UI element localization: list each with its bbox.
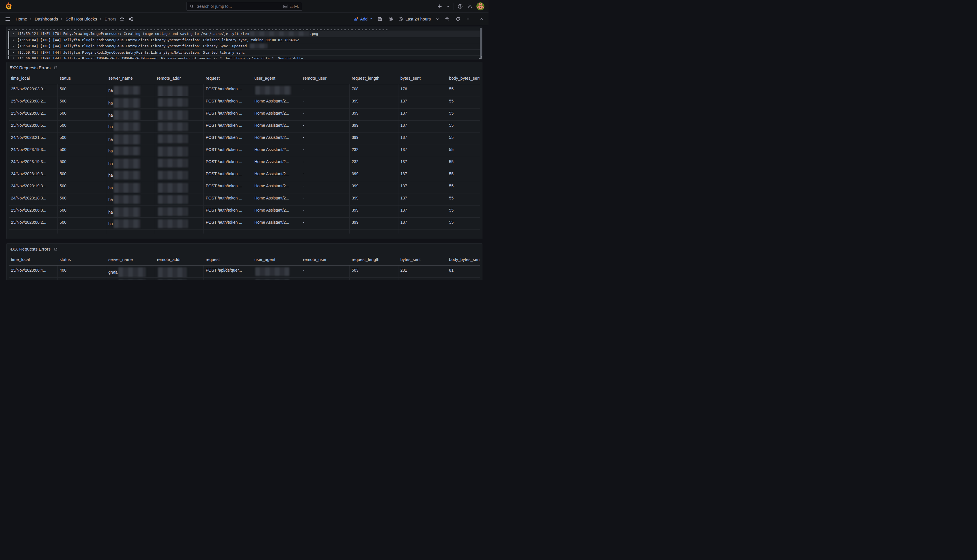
log-row[interactable]: [13:59:04] [INF] [44] Jellyfin.Plugin.Ko…	[8, 43, 482, 49]
column-header-remote_addr[interactable]: remote_addr	[155, 254, 204, 265]
collapse-toolbar-caret-up-icon[interactable]	[479, 16, 484, 22]
time-range-picker[interactable]: Last 24 hours	[398, 17, 431, 22]
table-row: 25/Nov/2023:08:2...500haPOST /auth/token…	[9, 108, 480, 120]
news-rss-icon[interactable]	[467, 3, 473, 10]
log-row[interactable]	[8, 27, 482, 31]
breadcrumb-item-home[interactable]: Home	[16, 17, 27, 22]
column-header-bytes_sent[interactable]: bytes_sent	[398, 254, 447, 265]
expand-chevron-right-icon[interactable]	[12, 43, 15, 49]
table-cell: POST /auth/token ...	[203, 157, 252, 169]
table-row: 24/Nov/2023:19:3...500haPOST /auth/token…	[9, 181, 480, 193]
log-level-bar	[8, 31, 9, 37]
table-cell: -	[301, 181, 350, 193]
log-message: [13:59:12] [INF] [70] Emby.Drawing.Image…	[17, 31, 318, 37]
time-range-chevron-down-icon[interactable]	[435, 17, 440, 22]
help-icon[interactable]	[457, 3, 463, 10]
panel-header[interactable]: 4XX Requests Errors	[9, 245, 480, 254]
favorite-star-icon[interactable]	[118, 16, 125, 22]
column-header-time_local[interactable]: time_local	[9, 254, 58, 265]
refresh-icon[interactable]	[455, 16, 461, 22]
redacted-text	[250, 31, 309, 36]
table-cell: Home Assistant/2...	[252, 169, 301, 181]
add-panel-button[interactable]: Add	[353, 17, 372, 22]
column-header-status[interactable]: status	[58, 73, 107, 84]
logs-scrollbar[interactable]	[480, 28, 482, 58]
save-dashboard-button[interactable]	[377, 16, 383, 23]
column-header-body_bytes_sent[interactable]: body_bytes_sent	[447, 254, 480, 265]
user-avatar[interactable]	[476, 2, 484, 10]
column-header-user_agent[interactable]: user_agent	[252, 254, 301, 265]
panel-resize-handle[interactable]	[478, 56, 482, 58]
table-row: 24/Nov/2023:19:3...500haPOST /auth/token…	[9, 169, 480, 181]
expand-chevron-right-icon[interactable]	[12, 37, 15, 43]
redacted-text	[114, 159, 140, 168]
table-cell: 81	[447, 278, 480, 280]
refresh-interval-chevron-down-icon[interactable]	[465, 17, 470, 22]
column-header-request[interactable]: request	[203, 254, 252, 265]
column-header-remote_user[interactable]: remote_user	[301, 73, 350, 84]
settings-gear-icon[interactable]	[387, 16, 394, 23]
expand-chevron-right-icon[interactable]	[12, 50, 15, 56]
column-header-remote_user[interactable]: remote_user	[301, 254, 350, 265]
search-box[interactable]: ctrl+k	[187, 2, 302, 11]
column-header-server_name[interactable]: server_name	[106, 254, 155, 265]
column-header-body_bytes_sent[interactable]: body_bytes_sent	[447, 73, 480, 84]
table-cell	[252, 278, 301, 280]
column-header-status[interactable]: status	[58, 254, 107, 265]
grafana-logo[interactable]	[5, 2, 12, 10]
column-header-user_agent[interactable]: user_agent	[252, 73, 301, 84]
log-row[interactable]: [13:59:01] [INF] [44] Jellyfin.Plugin.Ko…	[8, 49, 482, 56]
new-chevron-down-icon[interactable]	[445, 4, 451, 9]
table-cell: 25/Nov/2023:08:2...	[9, 108, 58, 120]
redacted-text	[158, 86, 188, 96]
table-cell: 81	[447, 265, 480, 277]
log-row[interactable]: [13:59:04] [INF] [44] Jellyfin.Plugin.Ko…	[8, 37, 482, 43]
log-row[interactable]: [13:59:00] [INF] [44] Jellyfin.Plugin.TM…	[8, 55, 482, 60]
column-header-request[interactable]: request	[203, 73, 252, 84]
table-cell: -	[301, 133, 350, 145]
expand-chevron-right-icon[interactable]	[12, 31, 15, 37]
expand-chevron-right-icon[interactable]	[12, 56, 15, 60]
search-input[interactable]	[196, 4, 281, 9]
divider	[475, 16, 475, 23]
column-header-request_length[interactable]: request_length	[350, 254, 398, 265]
table-cell: POST /auth/token ...	[203, 97, 252, 108]
table-cell	[203, 230, 252, 233]
redacted-text	[114, 219, 140, 228]
table-cell: ha	[106, 108, 155, 120]
table-cell: 399	[350, 108, 398, 120]
external-link-icon[interactable]	[54, 66, 58, 70]
redacted-text	[158, 267, 187, 277]
log-row[interactable]: [13:59:12] [INF] [70] Emby.Drawing.Image…	[8, 31, 482, 37]
breadcrumb-item-self-host-blocks[interactable]: Self Host Blocks	[65, 17, 97, 22]
panel-header[interactable]: 5XX Requests Errors	[9, 64, 480, 73]
redacted-text	[114, 171, 140, 180]
clipped-log-text	[8, 30, 390, 30]
menu-hamburger-icon[interactable]	[4, 15, 12, 23]
redacted-text	[118, 267, 146, 277]
column-header-remote_addr[interactable]: remote_addr	[155, 73, 204, 84]
table-cell: 500	[58, 218, 107, 230]
table-cell: 500	[58, 133, 107, 145]
grafana-app: { "colors":{"accent_blue":"#6e9fff","ico…	[0, 0, 488, 280]
table-cell	[155, 181, 204, 193]
column-header-time_local[interactable]: time_local	[9, 73, 58, 84]
new-button[interactable]	[437, 3, 443, 9]
redacted-text	[158, 110, 188, 120]
panel-title: 4XX Requests Errors	[10, 247, 50, 252]
zoom-out-icon[interactable]	[444, 16, 451, 22]
share-icon[interactable]	[128, 16, 134, 22]
external-link-icon[interactable]	[54, 247, 58, 251]
panel-title: 5XX Requests Errors	[10, 65, 50, 70]
dashboard-scroll-area[interactable]: [13:59:12] [INF] [70] Emby.Drawing.Image…	[0, 25, 488, 280]
column-header-server_name[interactable]: server_name	[106, 73, 155, 84]
table-cell: 137	[398, 193, 447, 205]
table-header-row: time_localstatusserver_nameremote_addrre…	[9, 254, 480, 265]
column-header-request_length[interactable]: request_length	[350, 73, 398, 84]
table-cell	[301, 230, 350, 233]
redacted-text	[158, 207, 188, 216]
table-cell: POST /auth/token ...	[203, 218, 252, 230]
table-cell: Home Assistant/2...	[252, 218, 301, 230]
column-header-bytes_sent[interactable]: bytes_sent	[398, 73, 447, 84]
breadcrumb-item-dashboards[interactable]: Dashboards	[35, 17, 58, 22]
